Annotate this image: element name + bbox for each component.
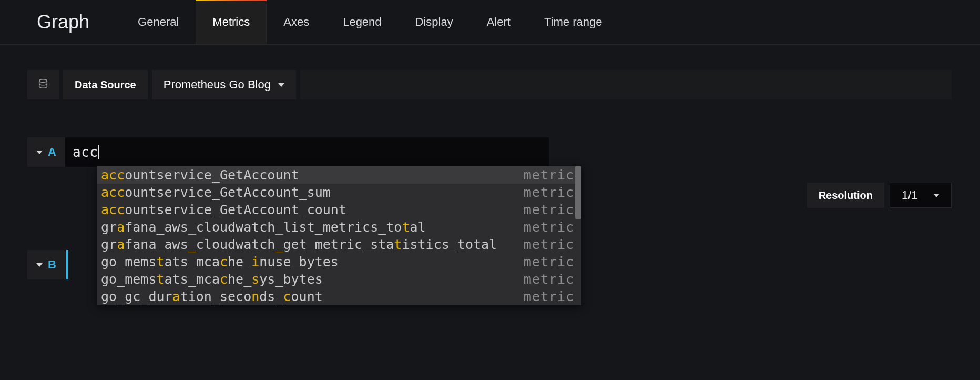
suggestion-type: metric: [524, 219, 574, 235]
tab-time-range[interactable]: Time range: [527, 0, 619, 45]
suggestion-name: go_memstats_mcache_inuse_bytes: [101, 254, 339, 269]
resolution-row: Resolution 1/1: [807, 183, 952, 208]
suggestion-name: go_gc_duration_seconds_count: [101, 289, 323, 304]
tab-general[interactable]: General: [121, 0, 196, 45]
chevron-down-icon: [36, 151, 43, 154]
query-row-a: A acc: [27, 137, 980, 167]
text-cursor: [98, 145, 99, 159]
suggestion-name: go_memstats_mcache_sys_bytes: [101, 272, 323, 287]
query-input-a[interactable]: acc: [65, 137, 549, 167]
datasource-row: Data Source Prometheus Go Blog: [27, 70, 980, 99]
tab-alert[interactable]: Alert: [470, 0, 527, 45]
suggestion-name: accountservice_GetAccount_count: [101, 202, 346, 217]
tab-metrics[interactable]: Metrics: [196, 0, 267, 45]
suggestion-name: accountservice_GetAccount_sum: [101, 185, 331, 200]
suggestion-type: metric: [524, 289, 574, 304]
suggestion-name: grafana_aws_cloudwatch_list_metrics_tota…: [101, 219, 426, 235]
suggestion-item[interactable]: go_memstats_mcache_inuse_bytesmetric: [97, 253, 581, 271]
datasource-icon-box: [27, 70, 59, 99]
query-toggle-b[interactable]: B: [27, 250, 65, 279]
suggestion-item[interactable]: go_gc_duration_seconds_countmetric: [97, 288, 581, 305]
metrics-editor-body: Data Source Prometheus Go Blog A acc acc…: [0, 45, 980, 279]
suggestion-item[interactable]: grafana_aws_cloudwatch_get_metric_statis…: [97, 236, 581, 253]
datasource-picker[interactable]: Prometheus Go Blog: [152, 70, 296, 99]
database-icon: [37, 78, 49, 92]
resolution-picker[interactable]: 1/1: [890, 183, 952, 208]
metric-suggestions: accountservice_GetAccountmetricaccountse…: [97, 166, 581, 305]
query-letter-b: B: [48, 258, 56, 272]
suggestion-item[interactable]: accountservice_GetAccount_countmetric: [97, 201, 581, 218]
resolution-value: 1/1: [902, 188, 918, 202]
suggestion-type: metric: [524, 167, 574, 183]
suggestion-type: metric: [524, 237, 574, 252]
tab-axes[interactable]: Axes: [267, 0, 326, 45]
chevron-down-icon: [933, 194, 940, 197]
suggestion-item[interactable]: go_memstats_mcache_sys_bytesmetric: [97, 271, 581, 288]
panel-type-title: Graph: [37, 11, 89, 33]
suggestion-type: metric: [524, 202, 574, 217]
suggestion-name: accountservice_GetAccount: [101, 167, 299, 183]
suggestion-item[interactable]: grafana_aws_cloudwatch_list_metrics_tota…: [97, 218, 581, 236]
datasource-row-tail: [300, 70, 952, 99]
suggestion-type: metric: [524, 272, 574, 287]
suggestion-item[interactable]: accountservice_GetAccountmetric: [97, 166, 581, 184]
chevron-down-icon: [278, 83, 284, 87]
query-rows: A acc accountservice_GetAccountmetricacc…: [27, 137, 980, 279]
suggestion-type: metric: [524, 185, 574, 200]
suggestion-name: grafana_aws_cloudwatch_get_metric_statis…: [101, 237, 497, 252]
query-letter-a: A: [48, 145, 56, 159]
chevron-down-icon: [36, 263, 43, 267]
scrollbar-thumb[interactable]: [575, 166, 581, 219]
datasource-label: Data Source: [63, 70, 148, 99]
query-toggle-a[interactable]: A: [27, 137, 65, 167]
query-input-a-text: acc: [73, 144, 98, 160]
panel-editor-tabbar: Graph GeneralMetricsAxesLegendDisplayAle…: [0, 0, 980, 45]
suggestion-type: metric: [524, 254, 574, 269]
suggestion-item[interactable]: accountservice_GetAccount_summetric: [97, 184, 581, 201]
tab-display[interactable]: Display: [399, 0, 470, 45]
resolution-label: Resolution: [807, 183, 884, 208]
tab-legend[interactable]: Legend: [326, 0, 398, 45]
query-accent-bar: [66, 250, 68, 279]
datasource-selected: Prometheus Go Blog: [164, 78, 271, 92]
